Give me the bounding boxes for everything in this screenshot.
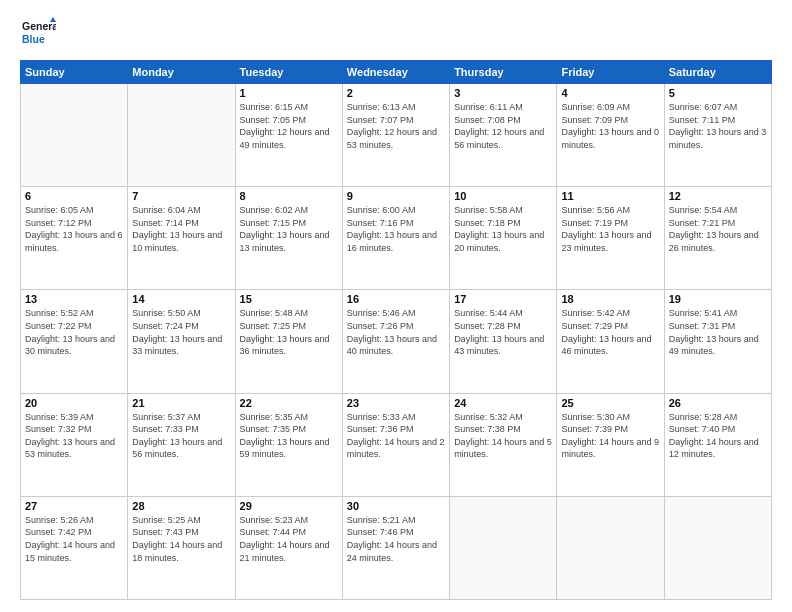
day-info: Sunrise: 5:39 AM Sunset: 7:32 PM Dayligh… [25,411,123,461]
day-info: Sunrise: 5:41 AM Sunset: 7:31 PM Dayligh… [669,307,767,357]
day-number: 22 [240,397,338,409]
header: General Blue [20,16,772,52]
day-info: Sunrise: 5:35 AM Sunset: 7:35 PM Dayligh… [240,411,338,461]
day-info: Sunrise: 6:05 AM Sunset: 7:12 PM Dayligh… [25,204,123,254]
day-number: 5 [669,87,767,99]
day-number: 20 [25,397,123,409]
day-number: 27 [25,500,123,512]
calendar-cell [21,84,128,187]
calendar-cell: 30Sunrise: 5:21 AM Sunset: 7:46 PM Dayli… [342,496,449,599]
calendar-cell: 14Sunrise: 5:50 AM Sunset: 7:24 PM Dayli… [128,290,235,393]
day-info: Sunrise: 6:04 AM Sunset: 7:14 PM Dayligh… [132,204,230,254]
day-number: 2 [347,87,445,99]
day-number: 9 [347,190,445,202]
day-number: 23 [347,397,445,409]
header-wednesday: Wednesday [342,61,449,84]
day-info: Sunrise: 5:56 AM Sunset: 7:19 PM Dayligh… [561,204,659,254]
day-number: 17 [454,293,552,305]
calendar-cell: 23Sunrise: 5:33 AM Sunset: 7:36 PM Dayli… [342,393,449,496]
day-number: 24 [454,397,552,409]
day-number: 8 [240,190,338,202]
day-info: Sunrise: 6:07 AM Sunset: 7:11 PM Dayligh… [669,101,767,151]
day-number: 21 [132,397,230,409]
header-friday: Friday [557,61,664,84]
logo: General Blue [20,16,56,52]
calendar-cell: 21Sunrise: 5:37 AM Sunset: 7:33 PM Dayli… [128,393,235,496]
day-info: Sunrise: 5:44 AM Sunset: 7:28 PM Dayligh… [454,307,552,357]
calendar-cell [557,496,664,599]
day-number: 4 [561,87,659,99]
day-info: Sunrise: 6:13 AM Sunset: 7:07 PM Dayligh… [347,101,445,151]
day-number: 30 [347,500,445,512]
calendar-table: SundayMondayTuesdayWednesdayThursdayFrid… [20,60,772,600]
calendar-cell: 2Sunrise: 6:13 AM Sunset: 7:07 PM Daylig… [342,84,449,187]
day-number: 12 [669,190,767,202]
day-number: 1 [240,87,338,99]
day-info: Sunrise: 5:21 AM Sunset: 7:46 PM Dayligh… [347,514,445,564]
day-number: 18 [561,293,659,305]
calendar-cell: 22Sunrise: 5:35 AM Sunset: 7:35 PM Dayli… [235,393,342,496]
day-number: 19 [669,293,767,305]
day-info: Sunrise: 6:15 AM Sunset: 7:05 PM Dayligh… [240,101,338,151]
header-sunday: Sunday [21,61,128,84]
calendar-cell: 15Sunrise: 5:48 AM Sunset: 7:25 PM Dayli… [235,290,342,393]
day-info: Sunrise: 5:37 AM Sunset: 7:33 PM Dayligh… [132,411,230,461]
calendar-cell: 8Sunrise: 6:02 AM Sunset: 7:15 PM Daylig… [235,187,342,290]
logo-svg: General Blue [20,16,56,52]
calendar-cell: 9Sunrise: 6:00 AM Sunset: 7:16 PM Daylig… [342,187,449,290]
calendar-cell: 10Sunrise: 5:58 AM Sunset: 7:18 PM Dayli… [450,187,557,290]
svg-text:Blue: Blue [22,33,45,45]
day-info: Sunrise: 5:42 AM Sunset: 7:29 PM Dayligh… [561,307,659,357]
calendar-cell: 25Sunrise: 5:30 AM Sunset: 7:39 PM Dayli… [557,393,664,496]
calendar-cell: 4Sunrise: 6:09 AM Sunset: 7:09 PM Daylig… [557,84,664,187]
calendar-cell: 5Sunrise: 6:07 AM Sunset: 7:11 PM Daylig… [664,84,771,187]
day-number: 29 [240,500,338,512]
day-number: 13 [25,293,123,305]
day-number: 3 [454,87,552,99]
day-number: 26 [669,397,767,409]
calendar-cell: 24Sunrise: 5:32 AM Sunset: 7:38 PM Dayli… [450,393,557,496]
calendar-header-row: SundayMondayTuesdayWednesdayThursdayFrid… [21,61,772,84]
calendar-cell [450,496,557,599]
header-thursday: Thursday [450,61,557,84]
day-info: Sunrise: 5:58 AM Sunset: 7:18 PM Dayligh… [454,204,552,254]
header-monday: Monday [128,61,235,84]
calendar-cell: 17Sunrise: 5:44 AM Sunset: 7:28 PM Dayli… [450,290,557,393]
day-info: Sunrise: 5:28 AM Sunset: 7:40 PM Dayligh… [669,411,767,461]
day-number: 25 [561,397,659,409]
page: General Blue SundayMondayTuesdayWednesda… [0,0,792,612]
calendar-cell: 27Sunrise: 5:26 AM Sunset: 7:42 PM Dayli… [21,496,128,599]
calendar-cell: 28Sunrise: 5:25 AM Sunset: 7:43 PM Dayli… [128,496,235,599]
day-number: 28 [132,500,230,512]
day-info: Sunrise: 5:54 AM Sunset: 7:21 PM Dayligh… [669,204,767,254]
calendar-cell: 16Sunrise: 5:46 AM Sunset: 7:26 PM Dayli… [342,290,449,393]
day-info: Sunrise: 5:30 AM Sunset: 7:39 PM Dayligh… [561,411,659,461]
calendar-cell: 6Sunrise: 6:05 AM Sunset: 7:12 PM Daylig… [21,187,128,290]
day-info: Sunrise: 5:50 AM Sunset: 7:24 PM Dayligh… [132,307,230,357]
day-number: 7 [132,190,230,202]
calendar-cell [128,84,235,187]
calendar-cell: 29Sunrise: 5:23 AM Sunset: 7:44 PM Dayli… [235,496,342,599]
header-tuesday: Tuesday [235,61,342,84]
calendar-cell: 26Sunrise: 5:28 AM Sunset: 7:40 PM Dayli… [664,393,771,496]
day-info: Sunrise: 5:33 AM Sunset: 7:36 PM Dayligh… [347,411,445,461]
day-info: Sunrise: 6:11 AM Sunset: 7:08 PM Dayligh… [454,101,552,151]
calendar-cell: 19Sunrise: 5:41 AM Sunset: 7:31 PM Dayli… [664,290,771,393]
calendar-cell: 3Sunrise: 6:11 AM Sunset: 7:08 PM Daylig… [450,84,557,187]
day-info: Sunrise: 5:46 AM Sunset: 7:26 PM Dayligh… [347,307,445,357]
calendar-cell: 20Sunrise: 5:39 AM Sunset: 7:32 PM Dayli… [21,393,128,496]
day-number: 6 [25,190,123,202]
calendar-cell: 1Sunrise: 6:15 AM Sunset: 7:05 PM Daylig… [235,84,342,187]
calendar-cell: 11Sunrise: 5:56 AM Sunset: 7:19 PM Dayli… [557,187,664,290]
day-number: 15 [240,293,338,305]
calendar-cell [664,496,771,599]
day-info: Sunrise: 5:26 AM Sunset: 7:42 PM Dayligh… [25,514,123,564]
day-info: Sunrise: 5:52 AM Sunset: 7:22 PM Dayligh… [25,307,123,357]
day-info: Sunrise: 5:48 AM Sunset: 7:25 PM Dayligh… [240,307,338,357]
day-info: Sunrise: 6:02 AM Sunset: 7:15 PM Dayligh… [240,204,338,254]
day-number: 11 [561,190,659,202]
day-info: Sunrise: 5:25 AM Sunset: 7:43 PM Dayligh… [132,514,230,564]
header-saturday: Saturday [664,61,771,84]
calendar-cell: 18Sunrise: 5:42 AM Sunset: 7:29 PM Dayli… [557,290,664,393]
day-number: 14 [132,293,230,305]
